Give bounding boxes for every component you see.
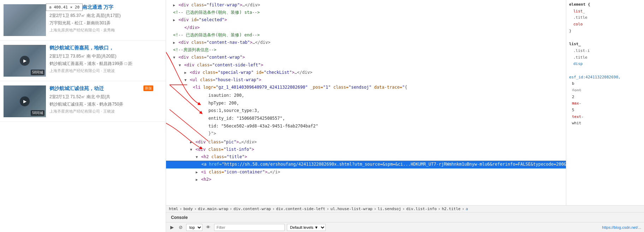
triangle-icon[interactable]: ▼	[179, 63, 181, 67]
url-bar: https://blog.csdn.net/...	[328, 225, 641, 230]
context-select[interactable]: top	[186, 224, 202, 231]
devtools-main: ▶ <div class="filter-wrap">…</div> <!-- …	[166, 0, 644, 205]
html-line[interactable]: ▶ <div class="content-nav-tab">…</div>	[166, 39, 566, 46]
run-button[interactable]: ▶	[169, 224, 175, 231]
left-panel: a 400.41 × 20 电梯房 2室2厅 南北通透 万字 2室2厅1卫 85…	[0, 0, 166, 232]
html-line[interactable]: ▼ <h2 class="title">	[166, 153, 566, 161]
triangle-icon[interactable]: ▶	[196, 170, 198, 174]
triangle-icon[interactable]: ▶	[184, 71, 187, 75]
property-title[interactable]: 鹤沙航城汇善嘉苑，地铁口，	[49, 45, 162, 51]
triangle-icon[interactable]: ▶	[196, 178, 198, 182]
main-area: a 400.41 × 20 电梯房 2室2厅 南北通透 万字 2室2厅1卫 85…	[0, 0, 644, 232]
property-info: 电梯房 2室2厅 南北通透 万字 2室2厅1卫 85.37㎡ 南北 高层(共17…	[49, 4, 162, 36]
devtools-styles: element { list_ .title colo } list_ .lis…	[566, 0, 644, 205]
breadcrumb-item[interactable]: div.main-wrap	[198, 207, 228, 211]
property-card: ▶ 58同城 鹤沙航城汇善嘉苑，地铁口， 2室1厅1卫 73.85㎡ 南 中层(…	[0, 41, 166, 81]
property-thumb: ▶ 58同城	[4, 45, 46, 77]
triangle-icon[interactable]: ▶	[173, 3, 175, 7]
property-agent: 上海齐星房地产经纪有限公司 · 王晓波	[49, 109, 162, 114]
html-line[interactable]: ▶ <div class="filter-wrap">…</div>	[166, 1, 566, 9]
html-line-comment: <!--房源列表信息-->	[166, 46, 566, 54]
triangle-icon[interactable]: ▼	[184, 78, 187, 82]
property-card: ▶ 58同城 新版 鹤沙航城汇诚佳苑，动迁 2室2厅1卫 71.52㎡ 南北 中…	[0, 81, 166, 122]
property-thumb	[4, 4, 46, 36]
property-agent: 上海齐星房地产经纪有限公司 · 王晓波	[49, 68, 162, 73]
property-location: 鹤沙航城汇诚佳苑 - 浦东 - 鹤永路750弄	[49, 101, 162, 107]
breadcrumb-item[interactable]: html	[169, 207, 178, 211]
breadcrumb-item[interactable]: div.list-info	[406, 207, 437, 211]
style-selector: list_	[569, 41, 641, 48]
devtools-panel: ▶ <div class="filter-wrap">…</div> <!-- …	[166, 0, 644, 232]
triangle-icon[interactable]: ▶	[190, 140, 192, 144]
thumb-badge: 58同城	[31, 110, 45, 116]
log-levels-select[interactable]: Default levels ▼	[287, 224, 326, 231]
devtools-html[interactable]: ▶ <div class="filter-wrap">…</div> <!-- …	[166, 0, 566, 205]
html-line[interactable]: <li logr="gz_1_40140309640979_4241132208…	[166, 84, 566, 91]
new-badge: 新版	[143, 85, 153, 91]
breadcrumb-item[interactable]: h2.title	[442, 207, 461, 211]
html-line[interactable]: ▼ <div class="content-wrap">	[166, 54, 566, 61]
property-meta: 2室2厅1卫 71.52㎡ 南北 中层(共	[49, 94, 162, 100]
property-agent: 上海先原房地产经纪有限公司 · 袁秀梅	[49, 28, 162, 33]
esf-id-note: esf_id:42411322082690,	[569, 74, 641, 81]
triangle-icon[interactable]: ▼	[190, 148, 192, 151]
property-meta: 2室1厅1卫 73.85㎡ 南 中层(共20层)	[49, 53, 162, 59]
property-card: 电梯房 2室2厅 南北通透 万字 2室2厅1卫 85.37㎡ 南北 高层(共17…	[0, 0, 166, 41]
html-line-selected[interactable]: <a href="https://sh.58.com/ershoufang/42…	[166, 161, 566, 168]
property-meta: 2室2厅1卫 85.37㎡ 南北 高层(共17层)	[49, 13, 162, 19]
breadcrumb-item[interactable]: div.content-side-left	[276, 207, 325, 211]
property-location: 鹤沙航城汇善嘉苑 - 浦东 - 航昌路199弄 □ 距	[49, 61, 162, 67]
html-line: </div>	[166, 24, 566, 31]
breadcrumb-bar: html › body › div.main-wrap › div.conten…	[166, 205, 644, 212]
bottom-toolbar: ▶ ⊘ top 👁 Default levels ▼ https://blog.…	[166, 222, 644, 232]
html-line[interactable]: ▼ <div class="list-info">	[166, 146, 566, 153]
html-line[interactable]: ▶ <h2>	[166, 176, 566, 183]
html-line[interactable]: ▶ <div id="selected">	[166, 16, 566, 24]
breadcrumb-item[interactable]: ul.house-list-wrap	[330, 207, 372, 211]
breadcrumb-item-current[interactable]: a	[466, 207, 468, 211]
triangle-icon[interactable]: ▼	[173, 55, 175, 59]
play-button[interactable]: ▶	[20, 56, 30, 66]
console-bar: Console	[166, 212, 644, 222]
html-line[interactable]: ▶ <i class="icon-container">…</i>	[166, 168, 566, 176]
triangle-icon[interactable]: ▶	[173, 41, 175, 44]
triangle-icon[interactable]: ▶	[173, 18, 175, 22]
style-selector: element {	[569, 1, 641, 8]
breadcrumb-item[interactable]: div.content-wrap	[234, 207, 271, 211]
html-line[interactable]: ▼ <ul class="house-list-wrap">	[166, 76, 566, 84]
html-line-comment: <!-- 已选的筛选条件(朝向、装修) end-->	[166, 31, 566, 39]
property-title[interactable]: 电梯房 2室2厅 南北通透 万字	[49, 4, 162, 11]
eye-button[interactable]: 👁	[205, 224, 212, 231]
breadcrumb-item[interactable]: li.sendsoj	[378, 207, 401, 211]
thumb-badge: 58同城	[31, 70, 45, 75]
property-thumb: ▶ 58同城	[4, 85, 46, 117]
html-line-comment: <!-- 已选的筛选条件(朝向、装修) sta-->	[166, 9, 566, 16]
property-location: 万宇阳光苑 - 松江 - 新南街301弄	[49, 20, 162, 26]
property-info: 鹤沙航城汇善嘉苑，地铁口， 2室1厅1卫 73.85㎡ 南 中层(共20层) 鹤…	[49, 45, 162, 77]
breadcrumb-item[interactable]: body	[183, 207, 193, 211]
html-line[interactable]: ▼ <div class="content-side-left">	[166, 61, 566, 69]
stop-button[interactable]: ⊘	[177, 224, 184, 231]
html-line[interactable]: ▶ <div class="special-wrap" id="checkLis…	[166, 69, 566, 76]
play-button[interactable]: ▶	[20, 96, 30, 106]
console-tab[interactable]: Console	[169, 214, 190, 221]
filter-input[interactable]	[214, 224, 285, 231]
html-line[interactable]: ▶ <div class="pic">…</div>	[166, 138, 566, 146]
data-trace: isaution: 200, hpType: 200, pos:1,source…	[166, 91, 566, 138]
triangle-icon[interactable]: ▼	[196, 155, 198, 159]
